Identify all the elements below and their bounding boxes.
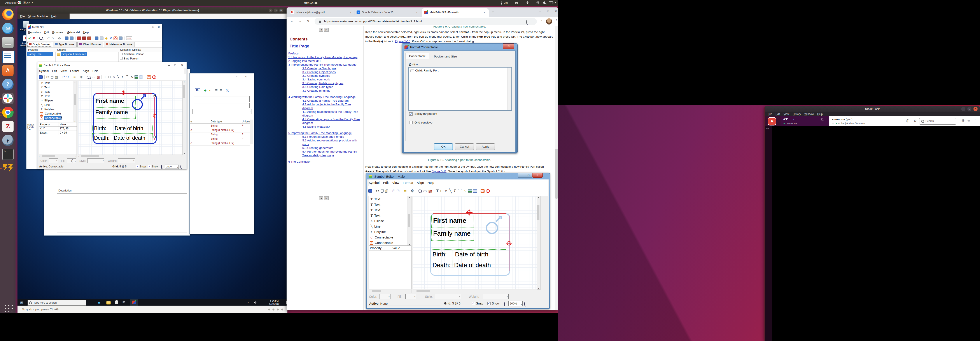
report-list-icon[interactable]: ≣ (215, 89, 218, 92)
canvas-hscrollbar[interactable]: ‹› (413, 289, 537, 293)
grid-icon[interactable]: ⌗ (73, 75, 76, 79)
toc-link[interactable]: 4.1 Creating a Family Tree diagram (302, 99, 349, 102)
symbol-canvas[interactable]: First name Family name Birth: Date of bi… (78, 81, 183, 155)
show-checkbox[interactable]: ✓ (487, 301, 491, 305)
element-item-connectable[interactable]: Connectable (369, 235, 408, 240)
tray-volume-icon[interactable] (254, 301, 257, 305)
maximize-button[interactable]: ▢ (274, 8, 278, 13)
dock-help[interactable]: ? (2, 79, 14, 90)
copy-icon[interactable] (51, 76, 54, 79)
ellipse-tool-icon[interactable]: ○ (112, 75, 115, 79)
slack-titlebar[interactable]: Slack - A²I² – ▢ ✕ (765, 106, 980, 112)
save-icon[interactable] (39, 75, 43, 79)
tray-clock[interactable]: 2:45 PM 6/10/2019 (266, 300, 283, 305)
connectable-tool-icon[interactable] (147, 75, 151, 79)
tab-close-icon[interactable]: × (416, 11, 418, 14)
wifi-icon[interactable] (536, 1, 540, 5)
description-box[interactable] (57, 193, 187, 233)
rect-tool-icon[interactable]: □ (108, 75, 111, 79)
pan-icon[interactable]: ✥ (410, 189, 414, 193)
pattern-icon[interactable]: ▩ (428, 189, 432, 193)
image-tool-icon[interactable] (468, 189, 472, 193)
info-icon[interactable]: ⓘ (226, 89, 229, 92)
listbox-scrollbar[interactable] (508, 68, 511, 110)
element-item-ellipse[interactable]: ○Ellipse (39, 98, 73, 103)
element-item-text[interactable]: TText (39, 94, 73, 98)
menu-item-window[interactable]: Window (804, 112, 814, 116)
search-icon[interactable] (39, 37, 43, 40)
volume-muted-icon[interactable] (542, 1, 547, 5)
file-explorer-icon[interactable] (106, 301, 111, 305)
window-tool-icon[interactable] (100, 36, 103, 40)
maximize-button[interactable]: □ (237, 75, 238, 78)
nav-next-icon[interactable]: ▶ (324, 196, 329, 200)
workspace-icon[interactable]: A (768, 117, 776, 125)
bookmark-star-icon[interactable]: ☆ (540, 19, 543, 23)
handle[interactable] (154, 95, 156, 97)
film-tool-icon[interactable] (473, 189, 477, 193)
element-item-line[interactable]: ╲Line (39, 103, 73, 107)
info-icon[interactable]: ⓘ (906, 119, 909, 123)
cut-icon[interactable]: ✂ (46, 75, 49, 79)
reload-icon[interactable]: ↻ (306, 19, 309, 24)
dock-slack[interactable] (2, 93, 14, 104)
element-item-connectable[interactable]: Connectable (39, 111, 73, 116)
dock-vmware[interactable] (2, 163, 14, 174)
tab-graph-browser[interactable]: Graph Browser (27, 42, 52, 47)
menu-item-align[interactable]: Align (83, 68, 89, 74)
panel-hscrollbar[interactable]: ‹› (39, 155, 77, 158)
column-header-contents[interactable]: Contents: Objects (120, 48, 141, 51)
menu-item-file[interactable]: File (20, 14, 25, 19)
gear-icon[interactable]: ⚙ (914, 119, 916, 123)
tab-position-size[interactable]: Position and Size (429, 54, 462, 59)
menu-item-view[interactable]: View (392, 179, 399, 186)
report-edit-icon[interactable]: ≣ (219, 89, 222, 92)
paste-icon[interactable] (385, 190, 388, 193)
metaedit-taskbar-item[interactable] (130, 299, 138, 306)
bell-icon[interactable] (821, 118, 824, 122)
curve-tool-icon[interactable]: ∿ (130, 75, 133, 79)
panel-hscrollbar[interactable]: ‹› (369, 289, 412, 293)
select-icon[interactable]: ▭ (92, 75, 95, 79)
tab-metamodel-browser[interactable]: Metamodel Browser (104, 42, 135, 47)
zoom-in-icon[interactable] (180, 165, 181, 169)
rect-tool-icon[interactable]: □ (440, 189, 444, 193)
tab-connectable[interactable]: Connectable (406, 53, 429, 59)
snap-checkbox[interactable]: ✓ (136, 165, 139, 168)
data-type-cell[interactable]: String (Editable List) (211, 128, 240, 132)
toc-link[interactable]: 5.1 Person as Male and Female (302, 135, 344, 138)
toc-link[interactable]: 4.2 Adding objects to the Family Tree di… (302, 103, 351, 110)
line-tool-icon[interactable]: ╲ (449, 189, 452, 193)
toc-link[interactable]: 3 Implementing the Family Tree Modeling … (288, 63, 356, 66)
canvas-vscrollbar[interactable]: ▲▼ (183, 81, 186, 155)
dock-thunderbird[interactable]: ✉ (2, 23, 14, 34)
fill-dropdown[interactable]: ▾ (405, 294, 416, 299)
male-symbol[interactable] (486, 216, 504, 234)
data-type-cell[interactable]: String (211, 124, 240, 127)
value-column-header[interactable]: Value (391, 246, 411, 251)
tab-gmail[interactable]: M Inbox - anjsimmo@gmail… × (290, 9, 355, 16)
menu-item-repository[interactable]: Repository (28, 30, 41, 35)
relationship-tool-icon[interactable]: ↗ (109, 36, 112, 40)
dock-zotero[interactable]: Z (2, 121, 14, 132)
crosshair-tool-icon[interactable] (486, 189, 490, 193)
taskbar-search[interactable]: Type here to search (27, 300, 86, 306)
toc-link[interactable]: 3.1 Creating a Graph type (302, 67, 336, 70)
sticky-targetpoint-checkbox[interactable]: ✓ (409, 113, 412, 116)
search-box[interactable]: Search (919, 118, 956, 125)
ports-listbox[interactable]: Child: Family Port (409, 67, 512, 111)
more-icon[interactable]: ⋮ (974, 119, 977, 123)
undo-icon[interactable]: ↶ (47, 36, 50, 40)
toc-link[interactable]: 4.5 Exiting MetaEdit+ (302, 125, 330, 128)
merl-generator-icon[interactable]: MERL (126, 36, 132, 40)
cancel-button[interactable]: Cancel (455, 143, 474, 150)
toc-link[interactable]: 3.6 Creating Role types (302, 85, 333, 89)
battery-icon[interactable] (549, 1, 554, 5)
menu-item-view[interactable]: View (60, 68, 67, 74)
vmware-titlebar[interactable]: Windows 10 x64 - VMware Workstation 15 P… (18, 8, 288, 14)
property-name-fragment[interactable]: e (191, 142, 209, 145)
chevron-down-icon[interactable]: ▾ (555, 1, 556, 4)
property-column-header[interactable]: Property (39, 122, 58, 126)
menu-item-edit[interactable]: Edit (44, 30, 49, 35)
page-scrollbar[interactable] (555, 26, 558, 310)
